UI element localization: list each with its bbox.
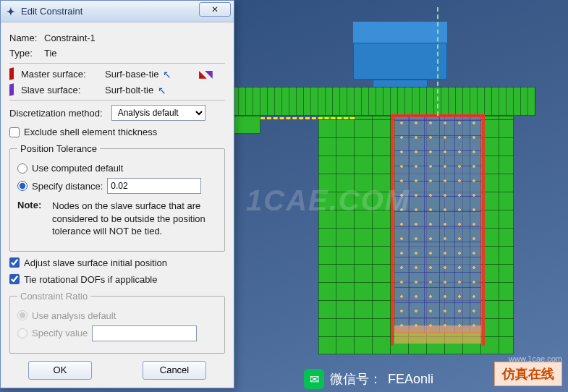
specify-value-radio — [17, 328, 27, 338]
bolt-head-top — [353, 22, 447, 43]
master-surface-label: Master surface: — [21, 69, 101, 80]
tie-surface-left — [391, 114, 394, 346]
use-computed-radio[interactable] — [17, 163, 27, 174]
type-label: Type: — [9, 48, 40, 59]
adjust-slave-checkbox[interactable] — [9, 257, 20, 268]
tie-rot-checkbox[interactable] — [9, 274, 20, 284]
wechat-icon: ✉ — [304, 369, 324, 389]
discretization-select[interactable]: Analysis default — [111, 105, 205, 121]
position-tolerance-legend: Position Tolerance — [17, 143, 100, 154]
constraint-ratio-legend: Constraint Ratio — [17, 291, 90, 302]
pick-slave-icon[interactable]: ↖ — [158, 85, 168, 95]
corner-badge: 仿真在线 — [494, 362, 562, 386]
adjust-slave-label: Adjust slave surface initial position — [24, 257, 167, 268]
titlebar-icon: ✦ — [5, 6, 17, 17]
slave-surface-icon — [9, 83, 14, 96]
wechat-prefix: 微信号： — [330, 370, 382, 388]
slave-surface-value: Surf-bolt-tie — [105, 85, 153, 95]
note-text: Nodes on the slave surface that are cons… — [52, 200, 217, 238]
wechat-bar: ✉ 微信号： FEAonli — [304, 369, 433, 389]
titlebar[interactable]: ✦ Edit Constraint ✕ — [1, 1, 234, 22]
specify-value-input — [92, 325, 197, 341]
specify-distance-radio[interactable] — [17, 181, 27, 191]
tie-surface-right — [482, 114, 485, 346]
tie-nodes — [394, 116, 481, 333]
position-tolerance-group: Position Tolerance Use computed default … — [9, 143, 225, 252]
exclude-shell-checkbox[interactable] — [9, 127, 20, 137]
bolt-shaft-bottom — [394, 325, 481, 344]
master-surface-icon — [9, 67, 14, 80]
titlebar-text: Edit Constraint — [21, 6, 82, 17]
wechat-handle: FEAonli — [388, 372, 433, 387]
swap-surfaces-icon[interactable]: ◣◥ — [199, 68, 216, 80]
edit-constraint-dialog: ✦ Edit Constraint ✕ Name: Constraint-1 T… — [0, 0, 234, 388]
specify-distance-input[interactable] — [107, 178, 201, 194]
cancel-button[interactable]: Cancel — [143, 361, 206, 380]
use-computed-label: Use computed default — [32, 163, 123, 174]
master-surface-value: Surf-base-tie — [105, 69, 158, 80]
name-label: Name: — [9, 33, 40, 43]
discretization-label: Discretization method: — [9, 108, 103, 119]
pick-master-icon[interactable]: ↖ — [163, 69, 173, 79]
separator-2 — [9, 100, 225, 101]
use-analysis-default-radio — [17, 310, 27, 320]
slave-surface-label: Slave surface: — [21, 85, 101, 95]
note-label: Note: — [17, 200, 52, 238]
axis-indicator — [437, 7, 438, 116]
close-button[interactable]: ✕ — [199, 2, 231, 17]
specify-value-label: Specify value — [32, 328, 88, 338]
use-analysis-default-label: Use analysis default — [32, 310, 116, 321]
contact-line — [260, 117, 355, 119]
name-value: Constraint-1 — [44, 33, 96, 43]
separator — [9, 63, 225, 64]
specify-distance-label: Specify distance: — [32, 181, 103, 192]
type-value: Tie — [44, 48, 57, 59]
ok-button[interactable]: OK — [28, 361, 92, 380]
constraint-ratio-group: Constraint Ratio Use analysis default Sp… — [9, 291, 225, 354]
exclude-shell-label: Exclude shell element thickness — [24, 127, 157, 137]
plate-mesh — [224, 87, 535, 116]
tie-rot-label: Tie rotational DOFs if applicable — [24, 274, 158, 285]
dialog-body: Name: Constraint-1 Type: Tie Master surf… — [1, 22, 234, 385]
fea-model — [224, 22, 535, 354]
